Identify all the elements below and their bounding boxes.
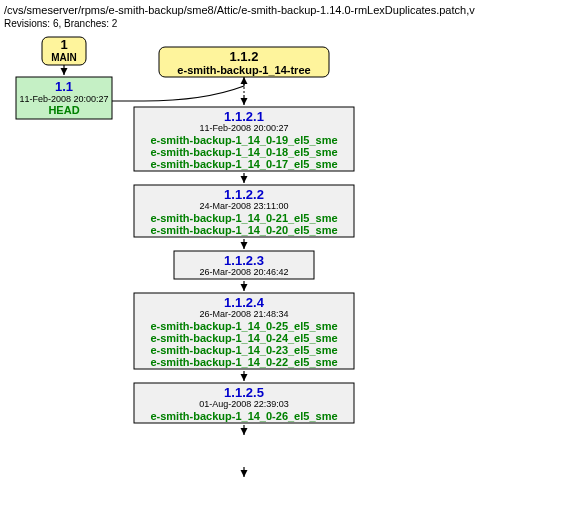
node-main[interactable]: 1 MAIN [42, 37, 86, 65]
rev-1-1-head: HEAD [48, 104, 79, 116]
rev-11-2-4-version[interactable]: 1.1.2.4 [224, 295, 265, 310]
tag: e-smith-backup-1_14_0-25_el5_sme [150, 320, 337, 332]
tag: e-smith-backup-1_14_0-19_el5_sme [150, 134, 337, 146]
tag: e-smith-backup-1_14_0-22_el5_sme [150, 356, 337, 368]
rev-1-1-date: 11-Feb-2008 20:00:27 [19, 94, 108, 104]
node-branch-1-1-2[interactable]: 1.1.2 e-smith-backup-1_14-tree [159, 47, 329, 77]
tag: e-smith-backup-1_14_0-18_el5_sme [150, 146, 337, 158]
tag: e-smith-backup-1_14_0-20_el5_sme [150, 224, 337, 236]
rev-11-2-2-version[interactable]: 1.1.2.2 [224, 187, 264, 202]
edge [112, 77, 244, 101]
rev-11-2-5-date: 01-Aug-2008 22:39:03 [199, 399, 289, 409]
tag: e-smith-backup-1_14_0-21_el5_sme [150, 212, 337, 224]
branch-version: 1.1.2 [230, 49, 259, 64]
rev-11-2-3-date: 26-Mar-2008 20:46:42 [199, 267, 288, 277]
rev-11-2-1-version[interactable]: 1.1.2.1 [224, 109, 264, 124]
rev-1-1-version[interactable]: 1.1 [55, 79, 73, 94]
file-path: /cvs/smeserver/rpms/e-smith-backup/sme8/… [4, 4, 566, 16]
rev-11-2-2-date: 24-Mar-2008 23:11:00 [199, 201, 288, 211]
revision-graph: 1 MAIN 1.1 11-Feb-2008 20:00:27 HEAD 1.1… [4, 33, 562, 513]
rev-11-2-4-date: 26-Mar-2008 21:48:34 [199, 309, 288, 319]
revisions-meta: Revisions: 6, Branches: 2 [4, 18, 566, 29]
node-1-1-2-5[interactable]: 1.1.2.5 01-Aug-2008 22:39:03 e-smith-bac… [134, 383, 354, 423]
branch-name: e-smith-backup-1_14-tree [177, 64, 310, 76]
tag: e-smith-backup-1_14_0-24_el5_sme [150, 332, 337, 344]
tag: e-smith-backup-1_14_0-23_el5_sme [150, 344, 337, 356]
node-1-1-2-2[interactable]: 1.1.2.2 24-Mar-2008 23:11:00 e-smith-bac… [134, 185, 354, 237]
rev-11-2-3-version[interactable]: 1.1.2.3 [224, 253, 264, 268]
tag: e-smith-backup-1_14_0-26_el5_sme [150, 410, 337, 422]
node-1-1[interactable]: 1.1 11-Feb-2008 20:00:27 HEAD [16, 77, 112, 119]
tag: e-smith-backup-1_14_0-17_el5_sme [150, 158, 337, 170]
rev-11-2-5-version[interactable]: 1.1.2.5 [224, 385, 264, 400]
rev-11-2-1-date: 11-Feb-2008 20:00:27 [199, 123, 288, 133]
node-1-1-2-4[interactable]: 1.1.2.4 26-Mar-2008 21:48:34 e-smith-bac… [134, 293, 354, 369]
node-1-1-2-1[interactable]: 1.1.2.1 11-Feb-2008 20:00:27 e-smith-bac… [134, 107, 354, 171]
main-label: MAIN [51, 52, 77, 63]
main-number: 1 [60, 37, 67, 52]
node-1-1-2-3[interactable]: 1.1.2.3 26-Mar-2008 20:46:42 [174, 251, 314, 279]
